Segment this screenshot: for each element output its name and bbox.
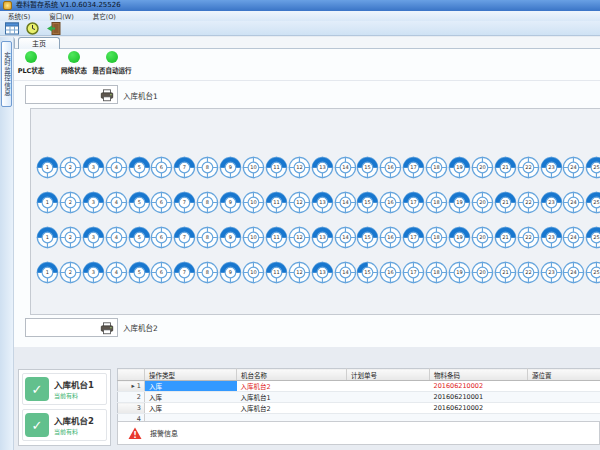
cell-r3c3[interactable]: 201606210002 — [430, 403, 528, 414]
menu-item-1[interactable]: 窗口(W) — [47, 11, 76, 21]
column-header-4[interactable]: 源位置 — [528, 369, 600, 381]
storage-slot: 4 — [105, 226, 128, 249]
svg-text:25: 25 — [594, 269, 600, 275]
svg-text:18: 18 — [433, 164, 439, 170]
column-header-1[interactable]: 机台名称 — [237, 369, 347, 381]
svg-text:22: 22 — [525, 164, 531, 170]
machine-status-card-1: ✓入库机台1当前有料 — [22, 373, 107, 405]
storage-slot: 13 — [311, 261, 334, 284]
storage-slot: 18 — [425, 191, 448, 214]
printer-icon — [100, 89, 114, 102]
storage-slot: 21 — [494, 191, 517, 214]
status-label: 是否自动运行 — [89, 65, 135, 75]
title-bar[interactable]: 卷料暂存系统 V1.0.6034.25526 — [0, 0, 600, 11]
cell-r3c2[interactable] — [347, 403, 430, 414]
status-indicator-0: PLC状态 — [8, 51, 54, 75]
toolbar — [0, 21, 600, 36]
svg-text:8: 8 — [206, 234, 209, 240]
column-header-0[interactable]: 操作类型 — [145, 369, 237, 381]
storage-slot: 15 — [356, 226, 379, 249]
cell-r2c1[interactable]: 入库机台1 — [237, 392, 347, 403]
storage-slot: 15 — [356, 191, 379, 214]
storage-slot: 22 — [517, 226, 540, 249]
storage-slot: 16 — [379, 156, 402, 179]
svg-text:21: 21 — [502, 269, 508, 275]
storage-slot: 21 — [494, 226, 517, 249]
cell-r3c4[interactable] — [528, 403, 600, 414]
cell-r2c0[interactable]: 入库 — [145, 392, 237, 403]
cell-r1c3[interactable]: 201606210002 — [430, 381, 528, 392]
cell-r1c0[interactable]: 入库 — [145, 381, 237, 392]
storage-slot: 8 — [196, 226, 219, 249]
storage-slot: 6 — [150, 261, 173, 284]
storage-slot: 17 — [402, 156, 425, 179]
storage-slot: 20 — [471, 191, 494, 214]
cell-r2c2[interactable] — [347, 392, 430, 403]
cell-r3c1[interactable]: 入库机台2 — [237, 403, 347, 414]
menu-item-2[interactable]: 其它(O) — [91, 11, 118, 21]
storage-slot: 17 — [402, 261, 425, 284]
svg-text:11: 11 — [273, 269, 279, 275]
grid-view-icon — [5, 22, 19, 35]
storage-slot: 12 — [288, 191, 311, 214]
storage-slot: 12 — [288, 261, 311, 284]
clock-button[interactable] — [25, 22, 40, 35]
svg-text:10: 10 — [250, 269, 256, 275]
storage-slot: 6 — [150, 156, 173, 179]
storage-slot: 24 — [562, 261, 585, 284]
storage-slot: 1 — [36, 261, 59, 284]
storage-slot: 8 — [196, 156, 219, 179]
svg-text:16: 16 — [388, 199, 394, 205]
exit-icon — [47, 22, 61, 35]
storage-slot: 14 — [334, 261, 357, 284]
storage-slot: 11 — [265, 156, 288, 179]
column-header-3[interactable]: 物料条码 — [430, 369, 528, 381]
menu-item-0[interactable]: 系统(S) — [6, 11, 32, 21]
machine2-print-box[interactable] — [25, 318, 118, 337]
storage-slot: 25 — [585, 191, 600, 214]
svg-text:20: 20 — [479, 164, 485, 170]
svg-text:12: 12 — [296, 199, 302, 205]
cell-r3c0[interactable]: 入库 — [145, 403, 237, 414]
svg-text:22: 22 — [525, 234, 531, 240]
svg-text:19: 19 — [456, 164, 462, 170]
svg-text:15: 15 — [365, 199, 371, 205]
cell-r1c2[interactable] — [347, 381, 430, 392]
storage-slot: 24 — [562, 156, 585, 179]
svg-text:14: 14 — [342, 199, 348, 205]
exit-button[interactable] — [46, 22, 61, 35]
row-header[interactable]: 3 — [118, 403, 145, 414]
svg-text:8: 8 — [206, 269, 209, 275]
svg-text:12: 12 — [296, 164, 302, 170]
storage-slot: 18 — [425, 156, 448, 179]
storage-slot: 5 — [128, 261, 151, 284]
cell-r1c4[interactable] — [528, 381, 600, 392]
row-header[interactable]: ▸ 1 — [118, 381, 145, 392]
tab-home[interactable]: 主页 — [18, 37, 60, 49]
storage-slot: 13 — [311, 156, 334, 179]
slot-row-3: 1234567891011121314151617181920212223242… — [36, 226, 600, 249]
svg-text:15: 15 — [365, 269, 371, 275]
table-row-3: 3入库入库机台2201606210002 — [118, 403, 600, 414]
cell-r2c4[interactable] — [528, 392, 600, 403]
svg-text:12: 12 — [296, 234, 302, 240]
storage-slot: 2 — [59, 191, 82, 214]
storage-slot: 12 — [288, 156, 311, 179]
card-machine-title: 入库机台2 — [54, 414, 94, 426]
svg-text:13: 13 — [319, 199, 325, 205]
cell-r2c3[interactable]: 201606210001 — [430, 392, 528, 403]
storage-slot: 10 — [242, 191, 265, 214]
column-header-2[interactable]: 计划单号 — [347, 369, 430, 381]
svg-text:19: 19 — [456, 199, 462, 205]
svg-text:2: 2 — [69, 199, 72, 205]
storage-slot: 2 — [59, 156, 82, 179]
machine1-print-box[interactable] — [25, 85, 118, 104]
row-header[interactable]: 2 — [118, 392, 145, 403]
cell-r1c1[interactable]: 入库机台2 — [237, 381, 347, 392]
grid-view-button[interactable] — [4, 22, 19, 35]
clock-icon — [26, 22, 39, 35]
storage-slot: 1 — [36, 156, 59, 179]
storage-slot: 15 — [356, 261, 379, 284]
svg-text:20: 20 — [479, 269, 485, 275]
storage-slot: 19 — [448, 156, 471, 179]
